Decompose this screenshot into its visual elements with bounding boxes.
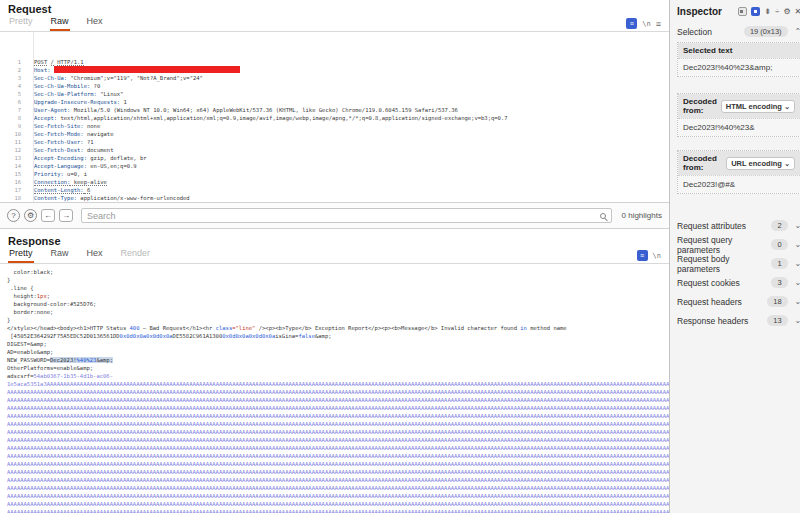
decoded-card: Decoded from:HTML encodingDec2023!%40%23… bbox=[677, 93, 800, 137]
response-filler-line: AAAAAAAAAAAAAAAAAAAAAAAAAAAAAAAAAAAAAAAA… bbox=[7, 508, 669, 513]
request-line: 15Priority: u=0, i bbox=[0, 170, 669, 178]
request-tabs: PrettyRawHex bbox=[8, 16, 120, 31]
search-help-button[interactable]: ? bbox=[7, 209, 20, 222]
response-tab-hex[interactable]: Hex bbox=[86, 248, 104, 263]
pretty-print-icon[interactable]: ≡ bbox=[626, 18, 637, 29]
request-editor[interactable]: 1POST / HTTP/1.12Host: 3Sec-Ch-Ua: "Chro… bbox=[0, 32, 669, 202]
decoded-value: Dec2023!@#& bbox=[678, 175, 800, 193]
inspector-header: Inspector ⇟÷⚙✕ bbox=[677, 6, 800, 17]
request-panel-icons: ≡\n≡ bbox=[626, 18, 661, 31]
inspector-section-request-attributes[interactable]: Request attributes2⌄ bbox=[677, 216, 800, 235]
dock-toggle-active-icon[interactable] bbox=[751, 7, 760, 16]
response-tab-render[interactable]: Render bbox=[120, 248, 152, 263]
response-filler-line: AAAAAAAAAAAAAAAAAAAAAAAAAAAAAAAAAAAAAAAA… bbox=[7, 500, 669, 508]
chevron-up-icon[interactable]: ⌃ bbox=[795, 27, 800, 36]
selected-text-value: Dec2023!%40%23&amp; bbox=[678, 58, 800, 76]
search-bar: ?⚙←→ Search 0 highlights bbox=[0, 202, 669, 229]
response-panel-title: Response bbox=[0, 229, 669, 248]
editor-menu-icon[interactable]: ≡ bbox=[656, 19, 661, 29]
response-tabs: PrettyRawHexRender bbox=[8, 248, 167, 263]
request-line: 1POST / HTTP/1.1 bbox=[0, 58, 669, 66]
section-count-badge: 3 bbox=[771, 277, 787, 288]
response-line: OtherPlatforms=enable&amp; bbox=[7, 364, 669, 372]
encoding-select[interactable]: URL encoding bbox=[726, 157, 795, 170]
request-line: 4Sec-Ch-Ua-Mobile: ?0 bbox=[0, 82, 669, 90]
line-number: 3 bbox=[0, 74, 27, 82]
redacted-host-value bbox=[54, 66, 240, 73]
burp-message-editor: Request PrettyRawHex ≡\n≡ 1POST / HTTP/1… bbox=[0, 0, 800, 513]
selection-section-header[interactable]: Selection 19 (0x13) ⌃ bbox=[677, 26, 800, 37]
section-count-badge: 0 bbox=[771, 239, 787, 250]
inspector-section-request-headers[interactable]: Request headers18⌄ bbox=[677, 292, 800, 311]
pretty-print-icon[interactable]: ≡ bbox=[637, 250, 648, 261]
collapse-all-icon[interactable]: ÷ bbox=[775, 7, 779, 16]
response-editor[interactable]: color:black;} .line { height:1px; backgr… bbox=[0, 264, 669, 513]
editors-column: Request PrettyRawHex ≡\n≡ 1POST / HTTP/1… bbox=[0, 0, 669, 513]
response-filler-line: AAAAAAAAAAAAAAAAAAAAAAAAAAAAAAAAAAAAAAAA… bbox=[7, 396, 669, 404]
next-match-button[interactable]: → bbox=[59, 209, 73, 222]
chevron-down-icon[interactable]: ⌄ bbox=[795, 240, 800, 249]
request-panel: Request PrettyRawHex ≡\n≡ 1POST / HTTP/1… bbox=[0, 0, 669, 202]
request-line: 12Sec-Fetch-Dest: document bbox=[0, 146, 669, 154]
expand-all-icon[interactable]: ⇟ bbox=[764, 7, 771, 16]
response-tabs-row: PrettyRawHexRender ≡\n bbox=[0, 248, 669, 264]
decoded-value: Dec2023!%40%23& bbox=[678, 118, 800, 136]
search-input[interactable]: Search bbox=[81, 208, 612, 223]
request-tab-raw[interactable]: Raw bbox=[50, 16, 70, 31]
inspector-collapsed-sections: Request attributes2⌄Request query parame… bbox=[677, 216, 800, 330]
request-line: 10Sec-Fetch-Mode: navigate bbox=[0, 130, 669, 138]
request-line: 11Sec-Fetch-User: ?1 bbox=[0, 138, 669, 146]
dock-toggle-icon[interactable] bbox=[738, 7, 747, 16]
inspector-section-response-headers[interactable]: Response headers13⌄ bbox=[677, 311, 800, 330]
selected-text-card: Selected text Dec2023!%40%23&amp; bbox=[677, 42, 800, 77]
chevron-down-icon[interactable]: ⌄ bbox=[795, 278, 800, 287]
response-tab-raw[interactable]: Raw bbox=[50, 248, 70, 263]
inspector-close-icon[interactable]: ✕ bbox=[795, 7, 800, 16]
decoded-from-label: Decoded from: bbox=[683, 154, 722, 172]
request-line: 5Sec-Ch-Ua-Platform: "Linux" bbox=[0, 90, 669, 98]
line-number: 2 bbox=[0, 66, 27, 74]
line-number: 6 bbox=[0, 98, 27, 106]
inspector-panel: Inspector ⇟÷⚙✕ Selection 19 (0x13) ⌃ Sel… bbox=[669, 0, 800, 513]
response-line: [45052E364292F75A5EDC52D0136561DD0x0d0x0… bbox=[7, 332, 669, 340]
response-filler-line: AAAAAAAAAAAAAAAAAAAAAAAAAAAAAAAAAAAAAAAA… bbox=[7, 492, 669, 500]
response-filler-line: AAAAAAAAAAAAAAAAAAAAAAAAAAAAAAAAAAAAAAAA… bbox=[7, 420, 669, 428]
search-settings-button[interactable]: ⚙ bbox=[24, 209, 37, 222]
encoding-select[interactable]: HTML encoding bbox=[721, 100, 795, 113]
chevron-down-icon[interactable]: ⌄ bbox=[795, 259, 800, 268]
response-filler-line: AAAAAAAAAAAAAAAAAAAAAAAAAAAAAAAAAAAAAAAA… bbox=[7, 436, 669, 444]
selected-text-header: Selected text bbox=[678, 43, 800, 58]
response-line: </style></head><body><h1>HTTP Status 400… bbox=[7, 324, 669, 332]
inspector-section-request-query-parameters[interactable]: Request query parameters0⌄ bbox=[677, 235, 800, 254]
line-number: 7 bbox=[0, 106, 27, 114]
response-line: } bbox=[7, 276, 669, 284]
chevron-down-icon[interactable]: ⌄ bbox=[795, 297, 800, 306]
search-buttons: ?⚙←→ bbox=[7, 209, 73, 222]
section-count-badge: 18 bbox=[767, 296, 787, 307]
nonprinting-chars-icon[interactable]: \n bbox=[642, 20, 650, 28]
section-count-badge: 13 bbox=[767, 315, 787, 326]
chevron-down-icon[interactable]: ⌄ bbox=[795, 316, 800, 325]
request-tab-pretty[interactable]: Pretty bbox=[8, 16, 34, 31]
response-line: DIGEST=&amp; bbox=[7, 340, 669, 348]
request-line: 14Accept-Language: en-US,en;q=0.9 bbox=[0, 162, 669, 170]
request-tab-hex[interactable]: Hex bbox=[86, 16, 104, 31]
inspector-section-request-body-parameters[interactable]: Request body parameters1⌄ bbox=[677, 254, 800, 273]
request-tabs-row: PrettyRawHex ≡\n≡ bbox=[0, 16, 669, 32]
inspector-section-request-cookies[interactable]: Request cookies3⌄ bbox=[677, 273, 800, 292]
selection-length-badge: 19 (0x13) bbox=[744, 26, 788, 37]
response-line: background-color:#525D76; bbox=[7, 300, 669, 308]
prev-match-button[interactable]: ← bbox=[41, 209, 55, 222]
request-line: 9Sec-Fetch-Site: none bbox=[0, 122, 669, 130]
chevron-down-icon[interactable]: ⌄ bbox=[795, 221, 800, 230]
selection-label: Selection bbox=[677, 27, 744, 37]
response-tab-pretty[interactable]: Pretty bbox=[8, 248, 34, 263]
response-line: 1e5aca5351a3AAAAAAAAAAAAAAAAAAAAAAAAAAAA… bbox=[7, 380, 669, 388]
inspector-settings-icon[interactable]: ⚙ bbox=[783, 7, 790, 16]
highlights-count: 0 highlights bbox=[622, 211, 662, 220]
line-number: 11 bbox=[0, 138, 27, 146]
nonprinting-chars-icon[interactable]: \n bbox=[653, 252, 661, 260]
line-number: 14 bbox=[0, 162, 27, 170]
line-number: 10 bbox=[0, 130, 27, 138]
line-number: 8 bbox=[0, 114, 27, 122]
